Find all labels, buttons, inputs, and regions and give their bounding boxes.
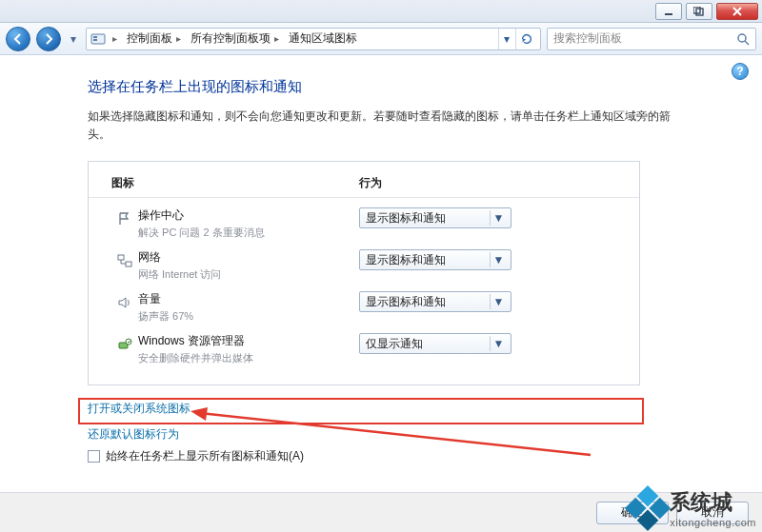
row-name: Windows 资源管理器	[138, 333, 359, 349]
behavior-select[interactable]: 显示图标和通知 ▼	[359, 291, 511, 312]
nav-back-button[interactable]	[6, 27, 30, 51]
toggle-system-icons-link[interactable]: 打开或关闭系统图标	[88, 401, 190, 417]
select-value: 仅显示通知	[366, 336, 423, 352]
nav-history-dropdown[interactable]: ▾	[67, 27, 80, 51]
maximize-button[interactable]	[686, 3, 712, 20]
select-value: 显示图标和通知	[366, 294, 446, 310]
always-show-checkbox-row[interactable]: 始终在任务栏上显示所有图标和通知(A)	[88, 448, 716, 464]
svg-rect-5	[93, 39, 97, 41]
breadcrumb-item-control-panel[interactable]: 控制面板▸	[124, 30, 186, 47]
window-titlebar	[0, 0, 762, 23]
back-arrow-icon	[12, 33, 24, 45]
chevron-down-icon: ▼	[490, 210, 507, 226]
header-icon-column: 图标	[111, 175, 359, 191]
svg-rect-0	[665, 13, 672, 15]
chevron-down-icon: ▼	[490, 336, 507, 351]
page-content: ? 选择在任务栏上出现的图标和通知 如果选择隐藏图标和通知，则不会向您通知更改和…	[0, 55, 762, 464]
behavior-select[interactable]: 仅显示通知 ▼	[359, 333, 511, 354]
select-value: 显示图标和通知	[366, 210, 446, 227]
table-header: 图标 行为	[89, 175, 639, 198]
svg-point-11	[126, 339, 131, 345]
row-sub: 解决 PC 问题 2 条重要消息	[138, 226, 359, 240]
row-sub: 网络 Internet 访问	[138, 267, 359, 282]
page-description: 如果选择隐藏图标和通知，则不会向您通知更改和更新。若要随时查看隐藏的图标，请单击…	[88, 108, 678, 144]
forward-arrow-icon	[43, 33, 54, 45]
table-row: 网络 网络 Internet 访问 显示图标和通知 ▼	[89, 240, 639, 282]
minimize-icon	[664, 7, 673, 16]
page-title: 选择在任务栏上出现的图标和通知	[88, 78, 716, 96]
row-sub: 安全删除硬件并弹出媒体	[138, 351, 359, 365]
cancel-button[interactable]: 取消	[676, 502, 749, 524]
refresh-icon	[520, 32, 533, 46]
always-show-label: 始终在任务栏上显示所有图标和通知(A)	[106, 448, 304, 464]
close-button[interactable]	[716, 3, 758, 20]
restore-defaults-link[interactable]: 还原默认图标行为	[88, 426, 179, 443]
table-row: 操作中心 解决 PC 问题 2 条重要消息 显示图标和通知 ▼	[89, 198, 639, 240]
row-name: 网络	[138, 249, 359, 266]
breadcrumb-item-all-items[interactable]: 所有控制面板项▸	[188, 30, 284, 47]
behavior-select[interactable]: 显示图标和通知 ▼	[359, 249, 511, 270]
flag-icon	[111, 207, 138, 230]
table-row: 音量 扬声器 67% 显示图标和通知 ▼	[89, 282, 639, 324]
chevron-down-icon: ▼	[490, 294, 507, 309]
address-bar[interactable]: ▸ 控制面板▸ 所有控制面板项▸ 通知区域图标 ▾	[86, 28, 541, 50]
select-value: 显示图标和通知	[366, 252, 446, 268]
speaker-icon	[111, 291, 138, 314]
breadcrumb-item-notification-icons[interactable]: 通知区域图标	[286, 30, 360, 47]
refresh-button[interactable]	[515, 29, 536, 49]
search-icon	[736, 32, 750, 46]
dialog-button-bar: 确定 取消	[0, 492, 762, 532]
svg-line-7	[745, 41, 749, 45]
close-icon	[732, 7, 742, 16]
svg-point-6	[738, 34, 746, 42]
icon-settings-table: 图标 行为 操作中心 解决 PC 问题 2 条重要消息 显示图标和通知 ▼	[88, 161, 640, 385]
minimize-button[interactable]	[655, 3, 682, 20]
row-name: 操作中心	[138, 207, 359, 224]
search-placeholder: 搜索控制面板	[553, 30, 622, 47]
header-action-column: 行为	[359, 175, 616, 191]
nav-toolbar: ▾ ▸ 控制面板▸ 所有控制面板项▸ 通知区域图标 ▾ 搜索控制面板	[0, 23, 762, 55]
table-row: Windows 资源管理器 安全删除硬件并弹出媒体 仅显示通知 ▼	[89, 324, 639, 365]
svg-rect-8	[118, 255, 124, 260]
nav-forward-button[interactable]	[36, 27, 61, 51]
behavior-select[interactable]: 显示图标和通知 ▼	[359, 207, 511, 228]
breadcrumb-root-arrow[interactable]: ▸	[108, 33, 122, 44]
row-sub: 扬声器 67%	[138, 309, 359, 324]
chevron-down-icon: ▼	[490, 252, 507, 267]
network-icon	[111, 249, 138, 272]
help-button[interactable]: ?	[732, 63, 749, 80]
always-show-checkbox[interactable]	[88, 450, 100, 463]
row-name: 音量	[138, 291, 359, 307]
control-panel-icon	[90, 31, 106, 47]
svg-rect-9	[126, 262, 131, 266]
svg-rect-4	[93, 36, 97, 38]
ok-button[interactable]: 确定	[596, 502, 669, 524]
maximize-icon	[693, 7, 705, 16]
address-history-dropdown[interactable]: ▾	[498, 29, 513, 49]
search-input[interactable]: 搜索控制面板	[547, 28, 756, 50]
safely-remove-hardware-icon	[111, 333, 138, 356]
